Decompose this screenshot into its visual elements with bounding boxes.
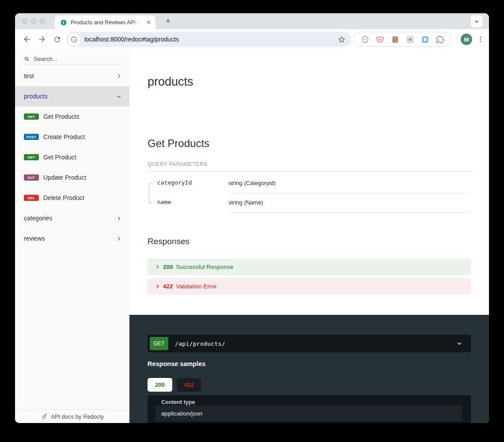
sidebar-item-test[interactable]: test [15,66,129,86]
bookmark-star-button[interactable] [337,35,346,44]
sidebar-op-update-product[interactable]: PUT Update Product [15,167,129,188]
operation-title: Get Products [148,137,209,150]
minimize-window-button[interactable] [31,19,36,24]
sidebar-op-get-product[interactable]: GET Get Product [15,147,129,167]
query-parameters-header: QUERY PARAMETERS [148,161,471,172]
operation-label: Update Product [43,174,86,181]
arrow-back-icon [23,35,31,44]
fastapi-favicon-icon [60,19,67,26]
tab-search-button[interactable] [471,15,483,27]
chevron-right-icon [116,235,122,242]
toolbar-separator [456,35,456,44]
operation-label: Delete Product [43,194,84,201]
extensions-puzzle-icon[interactable] [436,35,444,44]
back-button[interactable] [19,32,34,47]
traffic-lights [22,19,45,24]
info-icon [70,36,78,43]
parameter-row: categoryId string (Categoryid) [148,174,471,193]
method-badge-put: PUT [24,174,39,181]
parameter-type: string (Name) [228,193,471,213]
request-samples-panel: GET /api/products/ Response samples 200 … [129,315,489,423]
sidebar-item-label: reviews [24,235,45,242]
method-badge-del: DEL [24,195,39,201]
close-window-button[interactable] [22,19,27,24]
pocket-icon[interactable] [376,35,384,44]
new-tab-button[interactable] [164,17,172,25]
sample-tab-422[interactable]: 422 [177,378,201,392]
url-bar[interactable]: localhost:8000/redoc#tag/products [66,32,351,47]
notebook-icon[interactable] [391,35,399,44]
response-code: 422 [163,283,173,290]
site-info-button[interactable] [68,34,80,45]
sidebar-nav: test products GET Get Products POST Crea… [15,66,129,249]
sample-tab-200[interactable]: 200 [148,378,172,392]
browser-tab[interactable]: Products and Reviews API - R [55,15,155,29]
sidebar-item-label: products [24,93,48,100]
sample-box: Content type application/json [148,395,471,423]
close-tab-icon[interactable] [145,19,152,26]
sidebar-item-products[interactable]: products [15,86,129,106]
response-label: Successful Response [176,264,234,270]
formatter-circle-icon[interactable] [361,35,369,44]
tab-strip: Products and Reviews API - R [15,13,489,29]
parameter-row: name string (Name) [148,193,471,213]
url-text: localhost:8000/redoc#tag/products [84,36,335,43]
endpoint-bar[interactable]: GET /api/products/ [148,335,471,352]
footer-label: API docs by Redocly [51,413,104,420]
dictionary-book-icon[interactable] [421,35,429,44]
response-label: Validation Error [176,283,217,290]
sidebar-item-reviews[interactable]: reviews [15,228,129,249]
method-badge-post: POST [24,134,39,140]
reload-button[interactable] [49,32,64,47]
star-icon [337,35,346,44]
chevron-right-icon [116,73,122,79]
sidebar-op-delete-product[interactable]: DEL Delete Product [15,188,129,208]
sample-tabs: 200 422 [148,378,201,392]
docs-main: products Get Products QUERY PARAMETERS c… [129,49,489,423]
search-input[interactable] [33,55,121,63]
browser-menu-button[interactable] [477,35,485,43]
reload-icon [53,35,61,44]
chevron-down-icon [474,18,480,25]
parameter-name: categoryId [148,174,228,193]
sidebar-item-label: categories [24,215,53,222]
response-code: 200 [163,264,173,270]
chevron-down-icon [116,93,122,100]
method-badge-get: GET [24,113,39,120]
profile-avatar[interactable]: M [461,34,472,45]
screenshot-stage: Products and Reviews API - R [0,0,504,442]
kebab-menu-icon [477,35,485,43]
parameters-table: categoryId string (Categoryid) name stri… [148,174,471,213]
chevron-down-icon [456,340,463,347]
arrow-forward-icon [38,35,46,44]
content-type-dropdown[interactable]: application/json [155,405,462,421]
search-icon [24,56,30,62]
endpoint-path: /api/products/ [175,340,456,347]
chevron-right-icon [155,284,160,289]
page-content: test products GET Get Products POST Crea… [15,49,489,423]
method-badge-get: GET [150,337,168,350]
operation-label: Create Product [43,133,85,140]
parameter-type: string (Categoryid) [228,174,471,193]
redocly-footer-link[interactable]: API docs by Redocly [15,409,129,423]
responses-header: Responses [148,237,189,246]
response-row-422[interactable]: 422 Validation Error [148,278,471,295]
zoom-window-button[interactable] [40,19,45,24]
method-badge-get: GET [24,154,39,160]
chevron-right-icon [155,264,160,269]
redocly-logo-icon [41,413,48,420]
sidebar-op-create-product[interactable]: POST Create Product [15,127,129,147]
browser-toolbar: localhost:8000/redoc#tag/products [15,29,489,49]
parameter-name: name [148,193,228,213]
search-row [24,53,121,65]
response-row-200[interactable]: 200 Successful Response [148,259,471,275]
sidebar-item-label: test [24,72,34,79]
content-type-label: Content type [161,399,195,405]
sidebar-op-get-products[interactable]: GET Get Products [15,106,129,127]
tab-title: Products and Reviews API - R [71,19,144,26]
tree-connector [149,184,149,203]
sidebar: test products GET Get Products POST Crea… [15,49,129,423]
sidebar-item-categories[interactable]: categories [15,208,129,228]
reading-list-icon[interactable] [406,35,414,44]
forward-button[interactable] [34,32,49,47]
